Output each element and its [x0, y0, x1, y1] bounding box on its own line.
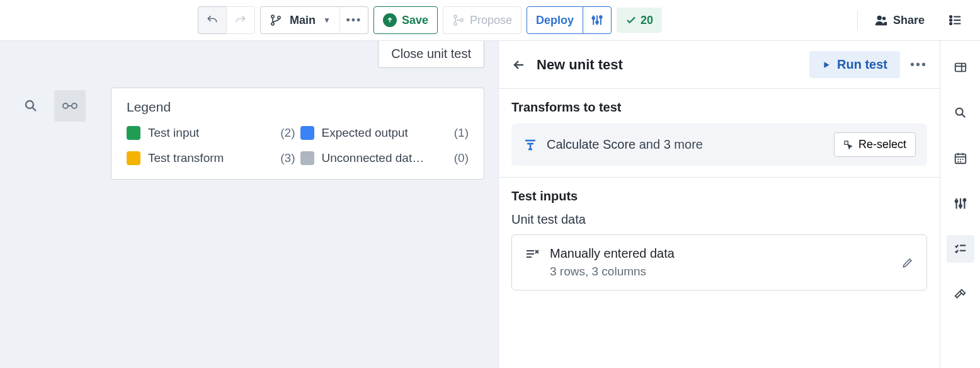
- legend-count: (1): [454, 126, 469, 140]
- deploy-settings-button[interactable]: [583, 6, 612, 34]
- transform-summary: Calculate Score and 3 more Re-select: [511, 124, 927, 166]
- check-icon: [625, 14, 637, 26]
- propose-button[interactable]: Propose: [443, 6, 521, 34]
- rail-build[interactable]: [947, 280, 974, 308]
- search-tool[interactable]: [15, 90, 47, 122]
- checklist-icon: [954, 242, 967, 256]
- legend-title: Legend: [127, 100, 469, 115]
- legend-label: Test input: [148, 126, 199, 140]
- rail-search[interactable]: [947, 99, 974, 127]
- swatch: [300, 126, 314, 140]
- swatch: [127, 126, 140, 140]
- calendar-icon: [954, 151, 967, 165]
- run-test-label: Run test: [837, 57, 887, 72]
- branch-more-button[interactable]: •••: [339, 6, 368, 34]
- reselect-button[interactable]: Re-select: [834, 132, 916, 157]
- svg-point-5: [460, 19, 463, 21]
- branch-label: Main: [290, 14, 316, 27]
- deploy-group: Deploy: [527, 6, 612, 34]
- node-icon: [62, 101, 78, 111]
- branch-selector[interactable]: Main ▼: [260, 6, 340, 34]
- graph-canvas[interactable]: Close unit test Legend: [0, 41, 499, 368]
- save-button[interactable]: Save: [373, 6, 438, 34]
- undo-button[interactable]: [198, 6, 227, 34]
- panel-title: New unit test: [537, 57, 799, 73]
- redo-button[interactable]: [226, 6, 255, 34]
- share-label: Share: [893, 14, 925, 27]
- svg-point-14: [26, 101, 33, 108]
- propose-icon: [452, 14, 465, 26]
- undo-redo-group: [198, 6, 255, 34]
- svg-point-16: [72, 103, 77, 108]
- svg-point-19: [955, 108, 962, 115]
- people-icon: [874, 13, 888, 27]
- arrow-left-icon: [511, 57, 527, 72]
- run-test-button[interactable]: Run test: [809, 51, 900, 78]
- transforms-section: Transforms to test Calculate Score and 3…: [499, 89, 940, 178]
- canvas-tools: [15, 90, 86, 122]
- legend-item-test-input[interactable]: Test input (2): [127, 126, 295, 140]
- sliders-icon: [954, 197, 967, 210]
- sliders-icon: [591, 14, 603, 26]
- checks-count: 20: [641, 14, 653, 27]
- svg-point-6: [592, 17, 595, 20]
- search-icon: [23, 98, 38, 113]
- rail-panel-info[interactable]: [947, 54, 974, 81]
- panel-more-button[interactable]: •••: [910, 57, 927, 72]
- input-sub-label: Unit test data: [511, 212, 927, 227]
- svg-point-22: [959, 205, 962, 207]
- legend-item-unconnected[interactable]: Unconnected dat… (0): [300, 151, 469, 165]
- close-unit-test-button[interactable]: Close unit test: [378, 41, 484, 68]
- input-data-card[interactable]: Manually entered data 3 rows, 3 columns: [511, 234, 927, 290]
- deploy-button[interactable]: Deploy: [527, 6, 583, 34]
- redo-icon: [234, 14, 247, 26]
- legend-panel: Legend Test input (2) Expected output (1…: [111, 88, 484, 180]
- checks-badge[interactable]: 20: [617, 8, 662, 33]
- transform-icon: [523, 137, 538, 152]
- svg-point-7: [596, 21, 598, 24]
- svg-point-21: [955, 200, 957, 203]
- toolbar-divider: [857, 10, 858, 30]
- reselect-label: Re-select: [858, 138, 906, 151]
- swatch: [127, 151, 140, 165]
- play-icon: [822, 60, 831, 69]
- svg-point-11: [950, 16, 952, 18]
- unit-test-panel: New unit test Run test ••• Transforms to…: [499, 41, 940, 368]
- svg-point-4: [454, 23, 457, 25]
- share-button[interactable]: Share: [865, 6, 933, 34]
- svg-point-2: [278, 16, 280, 19]
- svg-point-0: [271, 15, 274, 18]
- rail-schedule[interactable]: [947, 144, 974, 172]
- view-tool[interactable]: [54, 90, 86, 122]
- undo-icon: [206, 14, 219, 26]
- svg-point-23: [963, 199, 966, 202]
- svg-point-9: [877, 16, 882, 20]
- back-button[interactable]: [511, 57, 527, 72]
- search-icon: [954, 106, 967, 120]
- dots-icon: •••: [346, 14, 362, 27]
- save-label: Save: [402, 14, 428, 27]
- list-button[interactable]: [941, 6, 970, 34]
- svg-rect-18: [955, 64, 966, 72]
- close-unit-test-label: Close unit test: [391, 47, 471, 60]
- rail-tests[interactable]: [947, 235, 974, 263]
- legend-item-expected-output[interactable]: Expected output (1): [300, 126, 469, 140]
- pencil-icon: [901, 256, 914, 269]
- inputs-section: Test inputs Unit test data Manually ente…: [499, 178, 940, 302]
- edit-input-button[interactable]: [901, 256, 914, 269]
- cursor-icon: [843, 140, 853, 150]
- rail-parameters[interactable]: [947, 190, 974, 217]
- upload-icon: [383, 13, 397, 27]
- list-icon: [949, 13, 962, 27]
- manual-data-icon: [525, 246, 540, 262]
- legend-item-test-transform[interactable]: Test transform (3): [127, 151, 295, 165]
- legend-count: (2): [280, 126, 295, 140]
- svg-point-13: [950, 23, 952, 25]
- legend-label: Expected output: [322, 126, 408, 140]
- svg-point-10: [882, 17, 886, 21]
- legend-label: Test transform: [148, 151, 224, 165]
- toolbar: Main ▼ ••• Save Propose Deploy: [0, 0, 980, 41]
- legend-count: (0): [454, 151, 469, 165]
- svg-point-15: [63, 103, 68, 108]
- branch-group: Main ▼ •••: [260, 6, 368, 34]
